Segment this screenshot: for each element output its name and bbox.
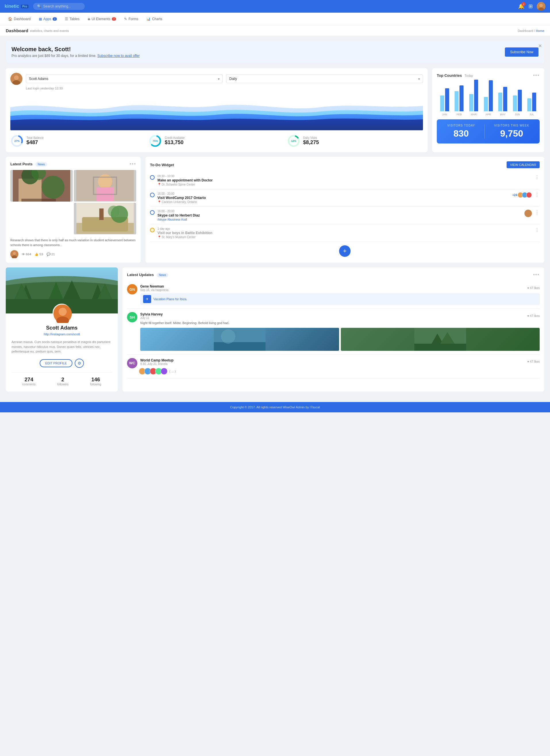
more-btn-posts[interactable]: •••: [130, 161, 136, 166]
update-avatar-gene: GN: [127, 284, 137, 294]
sidebar-item-forms[interactable]: ✎ Forms: [121, 15, 142, 23]
todo-more-btn-1[interactable]: ⋮: [535, 175, 540, 180]
update-avatar-worldcamp: WC: [127, 358, 137, 368]
svg-rect-16: [22, 199, 56, 202]
todo-item-2: 16:00 - 20:00 Visit WordCamp 2017 Ontari…: [150, 189, 540, 207]
user-select[interactable]: Scott Adams: [26, 74, 223, 83]
profile-panel: Scott Adams http://instagram.com/scott A…: [6, 267, 118, 392]
user-select-row: Scott Adams Daily Weekly Monthly: [10, 73, 423, 85]
update-card-icon-plane: ✈: [143, 295, 151, 303]
update-avatar-sylvia: SH: [127, 312, 137, 322]
breadcrumb-right: Dashboard / Home: [518, 29, 544, 32]
welcome-text: Welcome back, Scott! Pro analytics are j…: [12, 46, 140, 58]
update-card-ibiza: ✈ Vacation Plans for Ibiza: [140, 293, 540, 305]
profile-actions: EDIT PROFILE ⚙: [12, 359, 112, 368]
post-img-3: [74, 203, 136, 234]
left-panel: Scott Adams Daily Weekly Monthly Last lo…: [6, 68, 428, 152]
update-sylvia: SH Sylvia Harvey July 11 ♥ 47 likes Nigh…: [127, 309, 540, 355]
update-images-sylvia: [140, 328, 540, 351]
stat-visits: 12% Daily Visits $8,275: [287, 134, 423, 148]
home-icon: 🏠: [8, 17, 12, 21]
logo: kineticPro: [5, 4, 28, 9]
stat-credit: 75% Credit Available $13,750: [149, 134, 284, 148]
post-description: Research shows that there is only half a…: [10, 238, 136, 247]
wave-chart: [10, 93, 423, 130]
svg-point-18: [42, 176, 65, 199]
bar-jan: JAN: [439, 88, 450, 116]
notification-icon[interactable]: 🔔 1: [518, 3, 524, 9]
sidebar-item-charts[interactable]: 📊 Charts: [143, 15, 166, 23]
breadcrumb-bar: Dashboard statistics, charts and events …: [0, 25, 550, 36]
todo-more-btn-2[interactable]: ⋮: [535, 192, 540, 198]
svg-rect-47: [214, 342, 266, 351]
update-img-forest: [341, 328, 540, 351]
profile-name: Scott Adams: [12, 325, 112, 331]
profile-link[interactable]: http://instagram.com/scott: [44, 332, 80, 336]
visitors-week: VISITORS THIS WEEK 9,750: [494, 124, 529, 139]
bar-jun: JUN: [512, 90, 523, 116]
bottom-row: Latest Posts News •••: [6, 157, 544, 263]
user-avatar-nav[interactable]: [537, 2, 545, 11]
profile-settings-button[interactable]: ⚙: [75, 359, 84, 368]
bar-may: MAY: [497, 87, 508, 116]
sidebar-item-tables[interactable]: ☰ Tables: [62, 15, 83, 23]
close-banner-button[interactable]: ✕: [538, 43, 542, 49]
profile-avatar-wrap: [53, 304, 71, 322]
tables-icon: ☰: [65, 17, 68, 21]
last-login: Last login yesterday 12:30: [26, 87, 423, 90]
top-nav: kineticPro 🔍 🔔 1 ⊞: [0, 0, 550, 13]
updates-panel: Latest Updates News ••• GN Gene Newman S…: [122, 267, 544, 392]
apps-badge: 1: [53, 17, 57, 21]
more-btn-countries[interactable]: •••: [533, 73, 540, 78]
post-likes: 👍 53: [35, 252, 43, 256]
update-worldcamp: WC World Camp Meetup 8:30, July 31, liro…: [127, 355, 540, 378]
charts-icon: 📊: [146, 17, 151, 21]
todo-circle-4: [150, 228, 155, 232]
search-bar[interactable]: 🔍: [33, 3, 85, 10]
sidebar-item-ui-elements[interactable]: ◈ UI Elements 7: [84, 15, 120, 23]
search-input[interactable]: [43, 4, 83, 8]
todo-item-1: 09:30 - 10:30 Make an appointment with D…: [150, 172, 540, 189]
todo-item-3: 16:00 - 20:00 Skype call to Herbert Diaz…: [150, 207, 540, 224]
subscribe-link[interactable]: Subscribe now to avail offer: [97, 54, 140, 58]
welcome-banner: Welcome back, Scott! Pro analytics are j…: [6, 41, 544, 63]
edit-profile-button[interactable]: EDIT PROFILE: [40, 359, 73, 367]
todo-more-btn-4[interactable]: ⋮: [535, 227, 540, 233]
welcome-title: Welcome back, Scott!: [12, 46, 140, 53]
profile-avatar: [53, 304, 71, 322]
bar-mar: MAR: [468, 80, 479, 116]
main-content: Welcome back, Scott! Pro analytics are j…: [0, 36, 550, 396]
breadcrumb-home-link[interactable]: Home: [536, 29, 544, 32]
stat-balance: 27% Total Balance $487: [10, 134, 146, 148]
nav-right: 🔔 1 ⊞: [518, 2, 545, 11]
page-title: Dashboard: [6, 28, 28, 33]
sidebar-item-dashboard[interactable]: 🏠 Dashboard: [5, 15, 34, 23]
user-select-wrapper[interactable]: Scott Adams: [26, 74, 223, 83]
post-meta: 👁 664 👍 53 💬 21: [10, 250, 136, 258]
update-gene: GN Gene Newman Sep 16, via happiness ♥ 4…: [127, 281, 540, 309]
more-btn-updates[interactable]: •••: [533, 272, 540, 277]
todo-header: To-Do Widget VIEW CALENDAR: [150, 161, 540, 168]
post-img-2: [74, 170, 136, 202]
footer: Copyright © 2017. All rights reserved Wi…: [0, 402, 550, 412]
add-todo-button[interactable]: +: [339, 245, 350, 257]
donut-balance: 27%: [10, 134, 24, 148]
subscribe-button[interactable]: Subscribe Now: [505, 47, 538, 57]
donut-visits: 12%: [287, 134, 300, 148]
period-select[interactable]: Daily Weekly Monthly: [226, 74, 423, 83]
post-views: 👁 664: [22, 252, 31, 256]
user-avatar: [10, 73, 22, 85]
ui-icon: ◈: [88, 17, 90, 21]
notification-badge: 1: [522, 2, 526, 6]
posts-panel: Latest Posts News •••: [6, 157, 141, 263]
todo-more-btn-3[interactable]: ⋮: [535, 210, 540, 215]
sidebar-item-apps[interactable]: ▦ Apps 1: [35, 15, 60, 23]
page-subtitle: statistics, charts and events: [30, 29, 69, 32]
view-calendar-button[interactable]: VIEW CALENDAR: [507, 161, 540, 168]
todo-circle-1: [150, 175, 155, 180]
grid-icon[interactable]: ⊞: [528, 3, 533, 9]
todo-circle-2: [150, 193, 155, 197]
svg-rect-50: [414, 344, 466, 351]
post-img-1: [10, 170, 73, 202]
period-select-wrapper[interactable]: Daily Weekly Monthly: [226, 74, 423, 83]
